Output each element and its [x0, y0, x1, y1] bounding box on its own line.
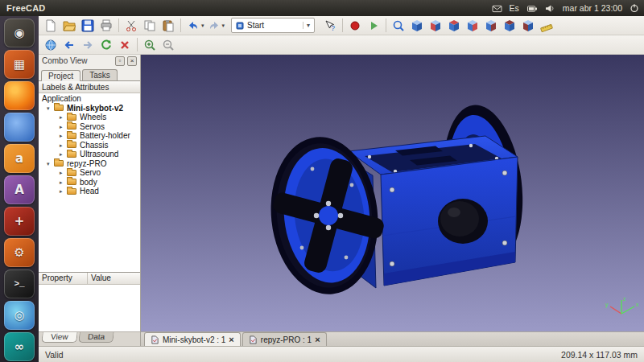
start-page-button[interactable]: [42, 36, 60, 54]
expander-icon[interactable]: ▾: [47, 159, 54, 169]
macro-play-button[interactable]: [365, 17, 382, 35]
new-file-button[interactable]: [42, 17, 60, 35]
back-arrow-icon: [63, 39, 76, 51]
tree-item[interactable]: ▸Wheels: [39, 113, 140, 122]
top-view-button[interactable]: [445, 17, 463, 35]
nav-back-button[interactable]: [60, 36, 78, 54]
zoom-in-button[interactable]: [141, 36, 159, 54]
expander-icon[interactable]: ▸: [60, 122, 67, 132]
freecad-window: ▾ ▾ Start ?: [39, 16, 644, 362]
front-view-button[interactable]: [427, 17, 444, 35]
ubuntu-one-icon[interactable]: [4, 113, 35, 142]
tree-item[interactable]: ▸Ultrasound: [39, 150, 140, 159]
volume-icon[interactable]: [545, 4, 555, 13]
cut-button[interactable]: [122, 17, 140, 35]
property-grid[interactable]: [39, 285, 140, 332]
whats-this-button[interactable]: ?: [321, 17, 339, 35]
property-column-label: Property: [39, 273, 88, 284]
zoom-out-button[interactable]: [159, 36, 177, 54]
zoom-fit-button[interactable]: [390, 17, 407, 35]
battery-icon[interactable]: [526, 4, 538, 13]
workbench-icon: [236, 22, 244, 30]
expander-icon[interactable]: ▸: [60, 187, 67, 196]
firefox-icon[interactable]: [4, 81, 35, 110]
refresh-button[interactable]: [97, 36, 115, 54]
combo-view-titlebar[interactable]: Combo View: [39, 55, 140, 67]
close-tab-icon[interactable]: ×: [229, 335, 233, 344]
separator: [137, 38, 138, 51]
files-icon[interactable]: ▦: [4, 50, 35, 79]
expander-icon[interactable]: ▸: [60, 131, 67, 141]
terminal-icon[interactable]: >_: [4, 269, 35, 298]
redo-button[interactable]: [205, 17, 223, 35]
right-view-button[interactable]: [464, 17, 481, 35]
expander-icon[interactable]: ▸: [60, 168, 67, 178]
tree-item[interactable]: ▸Chassis: [39, 141, 140, 150]
tree-item[interactable]: ▸Battery-holder: [39, 131, 140, 141]
copy-button[interactable]: [141, 17, 159, 35]
keyboard-indicator[interactable]: Es: [510, 3, 519, 13]
expander-icon[interactable]: ▸: [60, 150, 67, 159]
expander-icon[interactable]: ▸: [60, 141, 67, 150]
expander-icon[interactable]: ▾: [47, 104, 54, 113]
tree-item[interactable]: ▸Servo: [39, 168, 140, 178]
status-message: Valid: [45, 350, 64, 360]
workbench-selector[interactable]: Start: [231, 18, 315, 33]
software-center-icon[interactable]: A: [4, 175, 35, 204]
refresh-icon: [100, 39, 113, 51]
document-tab-mini-skybot[interactable]: Mini-skybot-v2 : 1 ×: [144, 332, 241, 346]
open-file-button[interactable]: [60, 17, 78, 35]
stop-x-icon: [118, 39, 131, 51]
blue-app-icon[interactable]: ◎: [4, 301, 35, 330]
close-panel-button[interactable]: [127, 56, 137, 66]
bottom-view-button[interactable]: [501, 17, 518, 35]
print-button[interactable]: [97, 17, 115, 35]
open-file-icon: [63, 19, 76, 32]
stop-load-button[interactable]: [116, 36, 134, 54]
3d-viewport[interactable]: x y z: [141, 55, 644, 331]
workbench-value: Start: [247, 21, 264, 30]
tab-data[interactable]: Data: [78, 332, 114, 343]
arduino-icon[interactable]: ∞: [4, 332, 35, 361]
system-tools-icon[interactable]: +: [4, 207, 35, 236]
separator: [342, 19, 343, 32]
amazon-icon[interactable]: a: [4, 144, 35, 173]
axonometric-cube-icon: [411, 19, 423, 32]
expander-icon[interactable]: ▸: [60, 113, 67, 122]
expander-icon[interactable]: ▸: [60, 178, 67, 187]
tree-item[interactable]: ▾repyz-PRO: [39, 159, 140, 169]
redo-icon: [208, 19, 221, 32]
undo-dropdown-icon[interactable]: ▾: [201, 23, 204, 29]
document-tab-repyz-pro[interactable]: repyz-PRO : 1 ×: [242, 332, 327, 346]
save-button[interactable]: [79, 17, 97, 35]
tab-tasks[interactable]: Tasks: [82, 69, 118, 80]
axonometric-view-button[interactable]: [408, 17, 426, 35]
measure-button[interactable]: [538, 17, 555, 35]
left-view-button[interactable]: [519, 17, 537, 35]
tree-item-application[interactable]: Application: [39, 94, 140, 104]
tree-item[interactable]: ▸Head: [39, 187, 140, 196]
tab-view[interactable]: View: [41, 332, 77, 343]
model-tree[interactable]: Application ▾Mini-skybot-v2 ▸Wheels ▸Ser…: [39, 93, 140, 272]
print-icon: [100, 19, 113, 32]
dash-home-icon[interactable]: ◉: [4, 19, 35, 47]
system-tray: Es mar abr 1 23:00: [492, 3, 644, 13]
tree-item[interactable]: ▸body: [39, 178, 140, 187]
paste-button[interactable]: [159, 17, 177, 35]
front-cube-icon: [429, 19, 442, 32]
freecad-icon[interactable]: ⚙: [4, 238, 35, 267]
redo-dropdown-icon[interactable]: ▾: [222, 23, 225, 29]
clock[interactable]: mar abr 1 23:00: [563, 3, 622, 13]
tree-item[interactable]: ▾Mini-skybot-v2: [39, 104, 140, 113]
macro-record-button[interactable]: [346, 17, 364, 35]
power-icon[interactable]: [630, 3, 639, 13]
tree-item[interactable]: ▸Servos: [39, 122, 140, 132]
float-panel-button[interactable]: [115, 56, 125, 66]
tab-project[interactable]: Project: [41, 70, 80, 81]
mail-icon[interactable]: [492, 4, 502, 13]
close-tab-icon[interactable]: ×: [315, 335, 320, 344]
nav-forward-button[interactable]: [79, 36, 97, 54]
rear-view-button[interactable]: [482, 17, 500, 35]
undo-button[interactable]: [184, 17, 202, 35]
combo-view-tabs: Project Tasks: [39, 67, 140, 81]
